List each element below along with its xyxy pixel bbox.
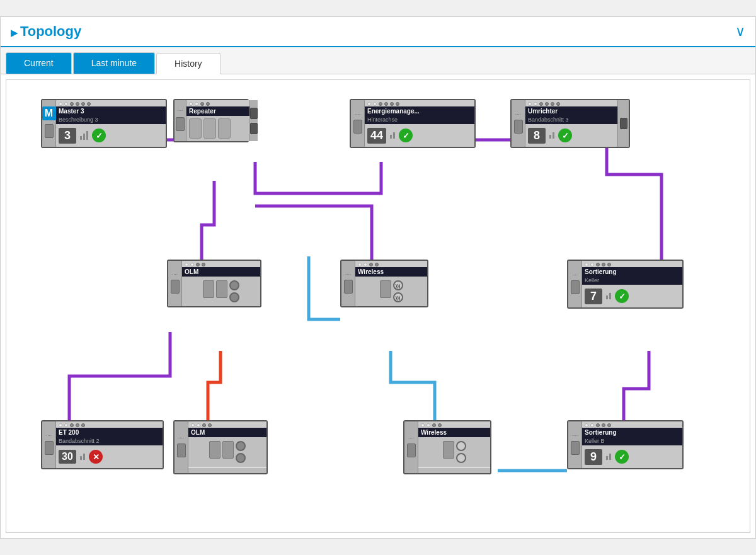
top-dots	[186, 100, 249, 106]
slot-round: )))	[393, 292, 403, 302]
dot	[438, 423, 442, 427]
dot	[590, 423, 594, 427]
connector-right	[250, 108, 258, 119]
connector-left	[571, 441, 580, 455]
device-umrichter[interactable]: ···· Umrichter Bandabschnitt 3 8	[510, 99, 630, 148]
bottom-bar	[188, 468, 266, 473]
device-slots: ))) )))	[355, 277, 427, 306]
slot-round	[456, 453, 466, 463]
dot	[87, 102, 91, 106]
dot	[76, 102, 79, 106]
round-slots	[229, 280, 239, 302]
device-number: 8	[528, 128, 546, 144]
dot	[185, 263, 188, 266]
device-left: ····	[175, 421, 188, 473]
signal-bars	[606, 293, 611, 299]
bar3	[86, 131, 88, 140]
dot	[76, 423, 79, 427]
dot	[375, 263, 379, 266]
device-body: ET 200 Bandabschnitt 2 30 ✕	[56, 421, 163, 468]
bar1	[606, 295, 608, 299]
connector-left	[45, 441, 54, 455]
connector-left	[171, 280, 180, 294]
signal-bars	[390, 132, 395, 139]
dot	[551, 102, 554, 106]
device-sortierung1[interactable]: ···· Sortierung Keller 7	[567, 260, 684, 309]
dot	[358, 263, 362, 266]
bar2	[83, 134, 85, 140]
device-olm1[interactable]: ···· OLM	[167, 260, 261, 307]
top-dots	[355, 261, 427, 267]
dot	[427, 423, 430, 427]
dots-indicator: ····	[355, 112, 360, 117]
chevron-down-icon[interactable]: ∨	[735, 23, 745, 40]
dot	[590, 263, 594, 266]
device-sortierung2[interactable]: ···· Sortierung Keller B 9	[567, 420, 684, 469]
round-slots	[236, 441, 246, 463]
dot	[196, 263, 200, 266]
device-olm2[interactable]: ···· OLM	[173, 420, 268, 474]
dot	[607, 263, 611, 266]
dot	[534, 102, 537, 106]
bar2	[609, 454, 611, 460]
device-body: Wireless	[418, 421, 490, 473]
tab-current[interactable]: Current	[6, 52, 72, 74]
device-number: 3	[59, 128, 76, 144]
dot	[81, 102, 85, 106]
dot	[70, 423, 74, 427]
connector-left	[344, 280, 353, 294]
dot	[528, 102, 532, 106]
dot	[432, 423, 436, 427]
device-lower: 7 ✓	[582, 285, 682, 307]
bar2	[553, 132, 554, 139]
device-left: ····	[341, 261, 355, 306]
device-label: Umrichter	[525, 106, 617, 116]
connector-right	[620, 118, 627, 129]
device-wireless2[interactable]: ···· Wireless	[403, 420, 491, 474]
device-label: Energiemanage...	[365, 106, 474, 116]
bar1	[80, 136, 82, 140]
top-dots	[56, 421, 163, 428]
signal-bars	[549, 132, 554, 139]
dot	[81, 423, 85, 427]
dot	[202, 263, 205, 266]
device-slots	[188, 437, 266, 467]
master-badge: M	[42, 106, 56, 120]
device-repeater[interactable]: ···· Repeater	[173, 99, 249, 142]
device-left: ····	[404, 421, 418, 473]
device-body: Umrichter Bandabschnitt 3 8 ✓	[525, 100, 617, 147]
dots-indicator: ····	[408, 435, 414, 441]
device-lower: 9 ✓	[582, 445, 682, 468]
status-ok-icon: ✓	[558, 129, 572, 142]
slot-round	[229, 280, 239, 290]
bar2	[393, 132, 395, 139]
dot	[64, 102, 68, 106]
device-lower: 30 ✕	[56, 445, 163, 468]
dot	[195, 102, 198, 106]
dot	[200, 102, 204, 106]
device-label: OLM	[182, 267, 260, 277]
device-body-master3: Master 3 Beschreibung 3 3 ✓	[56, 100, 166, 147]
device-label: Sortierung	[582, 267, 682, 277]
tab-last-minute[interactable]: Last minute	[73, 52, 155, 74]
connector-left	[353, 120, 362, 134]
slot	[189, 118, 202, 139]
device-lower: 3 ✓	[56, 124, 166, 147]
device-body: Sortierung Keller 7 ✓	[582, 261, 682, 307]
diagram-area: M Master 3 Beschreibung 3 3	[6, 79, 750, 533]
main-container: Topology ∨ Current Last minute History	[0, 16, 756, 539]
status-ok-icon: ✓	[92, 129, 106, 142]
device-et200[interactable]: ···· ET 200 Bandabschnitt 2 30	[41, 420, 164, 469]
device-master3[interactable]: M Master 3 Beschreibung 3 3	[41, 99, 167, 148]
tab-history[interactable]: History	[156, 53, 220, 74]
signal-bars	[80, 454, 85, 460]
dots-indicator: ····	[515, 112, 521, 117]
device-energiemanage[interactable]: ···· Energiemanage... Hinterachse 44	[350, 99, 476, 148]
dot	[556, 102, 560, 106]
dot	[585, 263, 588, 266]
device-wireless1[interactable]: ···· Wireless ))) )))	[340, 260, 428, 307]
topology-header: Topology ∨	[1, 17, 755, 47]
connector-left	[176, 117, 185, 131]
top-dots	[525, 100, 617, 106]
top-dots	[56, 100, 166, 106]
